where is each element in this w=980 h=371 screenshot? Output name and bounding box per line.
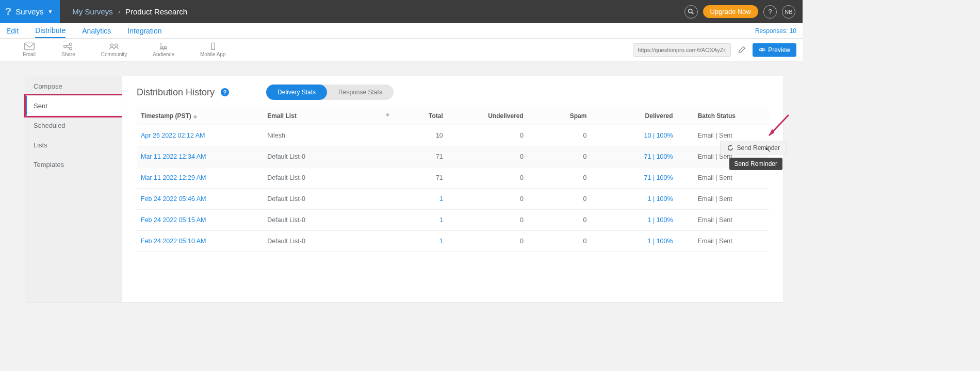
help-button[interactable]: ?	[763, 5, 777, 19]
cell-delivered: 71 | 100%	[591, 167, 677, 189]
tool-audience[interactable]: $ Audience	[153, 42, 174, 57]
distribution-table: Timestamp (PST)◆ Email List◆ Total Undel…	[137, 107, 769, 252]
sort-icon: ◆	[386, 112, 389, 117]
cell-spam: 0	[528, 231, 591, 252]
header-right: Upgrade Now ? NB	[684, 5, 803, 19]
cell-delivered: 1 | 100%	[591, 189, 677, 210]
table-row[interactable]: Feb 24 2022 05:15 AMDefault List-01001 |…	[137, 210, 769, 231]
cell-delivered: 71 | 100%	[591, 146, 677, 167]
cell-total: 1	[396, 210, 447, 231]
col-total[interactable]: Total	[396, 107, 447, 125]
svg-point-4	[70, 43, 72, 45]
breadcrumb-root[interactable]: My Surveys	[72, 7, 112, 16]
help-icon[interactable]: ?	[221, 88, 229, 96]
cell-spam: 0	[528, 167, 591, 189]
tab-distribute[interactable]: Distribute	[35, 24, 66, 38]
sidebar-item-sent[interactable]: Sent	[25, 96, 122, 115]
col-undelivered[interactable]: Undelivered	[447, 107, 528, 125]
tool-mobile[interactable]: Mobile App	[200, 42, 225, 57]
svg-point-11	[161, 46, 163, 48]
brand-menu[interactable]: ? Surveys ▼	[0, 0, 60, 23]
tooltip: Send Reminder	[729, 158, 782, 170]
col-delivered[interactable]: Delivered	[591, 107, 677, 125]
cell-timestamp: Mar 11 2022 12:29 AM	[137, 167, 263, 189]
cell-total: 1	[396, 189, 447, 210]
table-row[interactable]: Feb 24 2022 05:10 AMDefault List-01001 |…	[137, 231, 769, 252]
preview-button[interactable]: Preview	[753, 43, 796, 57]
table-row[interactable]: Mar 11 2022 12:34 AMDefault List-0710071…	[137, 146, 769, 167]
cell-spam: 0	[528, 189, 591, 210]
col-spam[interactable]: Spam	[528, 107, 591, 125]
mobile-icon	[208, 42, 218, 50]
tab-edit[interactable]: Edit	[6, 24, 19, 38]
sidebar-item-compose[interactable]: Compose	[25, 76, 122, 96]
svg-marker-17	[769, 129, 774, 136]
sidebar: Compose Sent Scheduled Lists Templates	[25, 76, 122, 302]
send-reminder-button[interactable]: Send Reminder	[720, 141, 787, 155]
breadcrumb: My Surveys › Product Research	[72, 7, 187, 16]
avatar[interactable]: NB	[782, 5, 795, 19]
table-row[interactable]: Mar 11 2022 12:29 AMDefault List-0710071…	[137, 167, 769, 189]
cell-status: Email | Sent	[677, 167, 769, 189]
responses-link[interactable]: Responses: 10	[755, 27, 796, 35]
sidebar-item-lists[interactable]: Lists	[25, 135, 122, 155]
pill-delivery-stats[interactable]: Delivery Stats	[266, 85, 327, 100]
sidebar-item-scheduled[interactable]: Scheduled	[25, 115, 122, 135]
tool-email[interactable]: Email	[23, 42, 36, 57]
cell-undelivered: 0	[447, 125, 528, 146]
cell-timestamp: Feb 24 2022 05:46 AM	[137, 189, 263, 210]
tab-analytics[interactable]: Analytics	[82, 24, 111, 38]
cell-list: Default List-0	[263, 210, 395, 231]
chevron-down-icon: ▼	[47, 9, 53, 14]
tool-share[interactable]: Share	[61, 42, 75, 57]
survey-name: Product Research	[125, 7, 187, 16]
main-header: Distribution History ? Delivery Stats Re…	[137, 85, 769, 100]
svg-point-12	[164, 46, 166, 48]
svg-point-9	[115, 44, 118, 46]
edit-url-button[interactable]	[735, 43, 748, 57]
refresh-icon	[727, 144, 734, 151]
content-wrap: Compose Sent Scheduled Lists Templates D…	[0, 61, 803, 302]
col-timestamp[interactable]: Timestamp (PST)◆	[137, 107, 263, 125]
main-nav: Edit Distribute Analytics Integration Re…	[0, 23, 803, 39]
svg-line-6	[67, 45, 70, 46]
cell-spam: 0	[528, 210, 591, 231]
table-row[interactable]: Apr 26 2022 02:12 AMNilesh100010 | 100%E…	[137, 125, 769, 146]
cell-status: Email | Sent	[677, 210, 769, 231]
cell-total: 71	[396, 146, 447, 167]
brand-logo-icon: ?	[5, 6, 11, 18]
tab-integration[interactable]: Integration	[127, 24, 161, 38]
distribute-toolbar: Email Share Community $ Audience Mobile …	[0, 39, 803, 61]
cell-total: 10	[396, 125, 447, 146]
table-header-row: Timestamp (PST)◆ Email List◆ Total Undel…	[137, 107, 769, 125]
sidebar-item-templates[interactable]: Templates	[25, 155, 122, 174]
cell-undelivered: 0	[447, 146, 528, 167]
upgrade-button[interactable]: Upgrade Now	[703, 5, 759, 18]
cell-spam: 0	[528, 125, 591, 146]
col-batch-status[interactable]: Batch Status	[677, 107, 769, 125]
cell-undelivered: 0	[447, 167, 528, 189]
cell-list: Nilesh	[263, 125, 395, 146]
cell-delivered: 10 | 100%	[591, 125, 677, 146]
email-icon	[24, 42, 35, 50]
col-email-list[interactable]: Email List◆	[263, 107, 395, 125]
svg-point-5	[70, 47, 72, 50]
pencil-icon	[738, 46, 746, 54]
svg-point-0	[689, 9, 692, 13]
table-row[interactable]: Feb 24 2022 05:46 AMDefault List-01001 |…	[137, 189, 769, 210]
cell-delivered: 1 | 100%	[591, 210, 677, 231]
pill-response-stats[interactable]: Response Stats	[327, 85, 394, 100]
cell-spam: 0	[528, 146, 591, 167]
cell-timestamp: Feb 24 2022 05:15 AM	[137, 210, 263, 231]
cell-timestamp: Mar 11 2022 12:34 AM	[137, 146, 263, 167]
cell-list: Default List-0	[263, 146, 395, 167]
svg-line-7	[67, 47, 70, 48]
audience-icon: $	[158, 42, 169, 50]
svg-rect-2	[24, 43, 34, 49]
survey-url-input[interactable]	[633, 43, 731, 57]
stats-toggle: Delivery Stats Response Stats	[266, 85, 394, 100]
tool-community[interactable]: Community	[101, 42, 127, 57]
cell-total: 71	[396, 167, 447, 189]
search-button[interactable]	[684, 5, 698, 19]
cell-status: Email | Sent	[677, 231, 769, 252]
